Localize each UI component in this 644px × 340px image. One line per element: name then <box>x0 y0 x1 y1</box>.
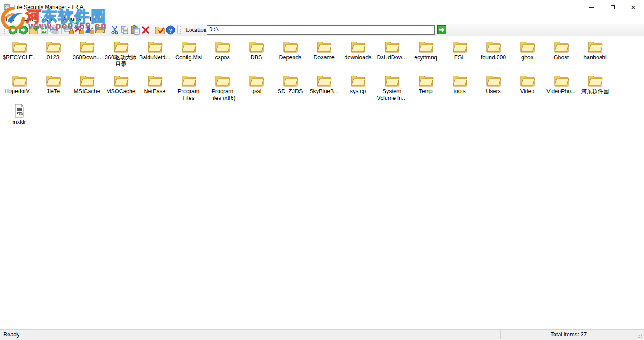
resize-grip-icon[interactable] <box>636 330 644 340</box>
menu-view[interactable]: View <box>37 15 57 23</box>
file-item-label: 河东软件园 <box>581 88 609 95</box>
folder-icon <box>384 39 400 53</box>
file-item[interactable]: VideoPho... <box>544 73 578 95</box>
folder-icon <box>418 73 434 87</box>
file-item[interactable]: Users <box>476 73 510 95</box>
file-item[interactable]: Config.Msi <box>172 39 205 61</box>
location-input[interactable] <box>207 25 435 35</box>
toolbar-separator <box>107 25 107 34</box>
file-item-label: NetEase <box>144 88 166 95</box>
file-item[interactable]: Program Files (x86) <box>205 73 239 102</box>
file-item-label: 360Down... <box>73 54 101 61</box>
file-item[interactable]: ESL <box>443 39 476 61</box>
remove-lock-icon <box>75 25 84 35</box>
file-item[interactable]: systcp <box>341 73 375 95</box>
folder-check-icon <box>155 25 165 35</box>
up-button[interactable] <box>28 24 39 35</box>
file-item-label: tools <box>453 88 465 95</box>
file-item-label: qssl <box>251 88 261 95</box>
go-button[interactable] <box>437 25 447 35</box>
file-item[interactable]: 0123 <box>36 39 70 61</box>
cut-icon <box>110 25 119 35</box>
file-item[interactable]: Video <box>510 73 544 95</box>
file-item[interactable]: System Volume In... <box>375 73 409 102</box>
close-button[interactable]: ✕ <box>623 0 644 14</box>
cut-button[interactable] <box>109 24 120 35</box>
file-item[interactable]: BaiduNetd... <box>138 39 172 61</box>
file-item[interactable]: docmxldr <box>2 104 36 126</box>
delete-icon <box>141 26 150 34</box>
file-item[interactable]: tools <box>443 73 476 95</box>
file-item[interactable]: $RECYCLE... <box>2 39 36 68</box>
open-folder-button[interactable] <box>95 24 105 35</box>
file-item[interactable]: ecyttmnq <box>409 39 443 61</box>
total-items-label: Total items: 37 <box>501 331 636 338</box>
file-item-label: Dosame <box>313 54 335 61</box>
set-security-button[interactable] <box>64 24 74 35</box>
file-item[interactable]: MSICache <box>70 73 104 95</box>
copy-button[interactable] <box>120 24 130 35</box>
file-item[interactable]: 360Down... <box>70 39 104 61</box>
file-item-label: ecyttmnq <box>414 54 437 61</box>
file-item[interactable]: SkyBlueB... <box>307 73 341 95</box>
location-bar-gripper[interactable] <box>180 26 182 34</box>
file-item[interactable]: Ghost <box>544 39 578 61</box>
location-label: Location <box>186 26 206 33</box>
toolbar-separator <box>61 25 62 34</box>
delete-button[interactable] <box>140 24 151 35</box>
file-item[interactable]: NetEase <box>138 73 172 95</box>
folder-icon <box>554 39 569 53</box>
folder-icon <box>384 73 400 87</box>
window-controls: ✕ <box>581 0 644 14</box>
file-item[interactable]: JieTe <box>36 73 70 95</box>
file-item[interactable]: Temp <box>409 73 443 95</box>
file-item[interactable]: qssl <box>239 73 273 95</box>
file-item[interactable]: MSOCache <box>104 73 138 95</box>
folder-icon <box>215 39 230 53</box>
folder-icon <box>249 39 264 53</box>
remove-security-button[interactable] <box>74 24 84 35</box>
toolbar-gripper[interactable] <box>4 26 6 34</box>
user-permissions-button[interactable] <box>84 24 95 35</box>
file-item-label: Program Files (x86) <box>205 88 239 102</box>
file-item[interactable]: DsUdDow... <box>375 39 409 61</box>
file-item[interactable]: ghos <box>510 39 544 61</box>
file-item[interactable]: downloads <box>341 39 375 61</box>
file-item[interactable]: DBS <box>239 39 273 61</box>
file-item[interactable]: 河东软件园 <box>578 73 612 95</box>
file-item-label: 360驱动大师 目录 <box>104 54 138 68</box>
minimize-button[interactable] <box>581 0 602 14</box>
file-item[interactable]: hanboshi <box>578 39 612 61</box>
menu-security[interactable]: Security <box>57 15 86 23</box>
file-item[interactable]: Dosame <box>307 39 341 61</box>
menu-file[interactable]: File <box>2 15 19 23</box>
toolbar-separator <box>177 25 178 34</box>
file-item[interactable]: found.000 <box>476 39 510 61</box>
forward-button[interactable] <box>18 24 28 35</box>
folder-icon <box>181 73 196 87</box>
network-button[interactable] <box>49 24 60 35</box>
toolbar-separator <box>153 25 153 34</box>
menu-help[interactable]: Help <box>86 15 106 23</box>
toolbar: ? Location <box>0 24 644 36</box>
refresh-button[interactable] <box>39 24 49 35</box>
file-item-label: Users <box>486 88 501 95</box>
menu-edit[interactable]: Edit <box>19 15 37 23</box>
svg-text:doc: doc <box>19 113 23 116</box>
file-item[interactable]: Program Files <box>172 73 205 102</box>
back-button[interactable] <box>8 24 18 35</box>
file-row: HopedotV...JieTeMSICacheMSOCacheNetEaseP… <box>2 73 644 104</box>
file-item-label: SD_ZJDS <box>278 88 303 95</box>
help-button[interactable]: ? <box>165 24 176 35</box>
folder-icon <box>520 39 535 53</box>
go-arrow-icon <box>437 25 446 34</box>
folder-icon <box>317 73 332 87</box>
maximize-button[interactable] <box>602 0 623 14</box>
paste-button[interactable] <box>130 24 140 35</box>
folder-check-button[interactable] <box>155 24 165 35</box>
file-item[interactable]: Depends <box>273 39 307 61</box>
file-item[interactable]: cspos <box>205 39 239 61</box>
file-item[interactable]: 360驱动大师 目录 <box>104 39 138 68</box>
file-item[interactable]: SD_ZJDS <box>273 73 307 95</box>
file-item[interactable]: HopedotV... <box>2 73 36 95</box>
